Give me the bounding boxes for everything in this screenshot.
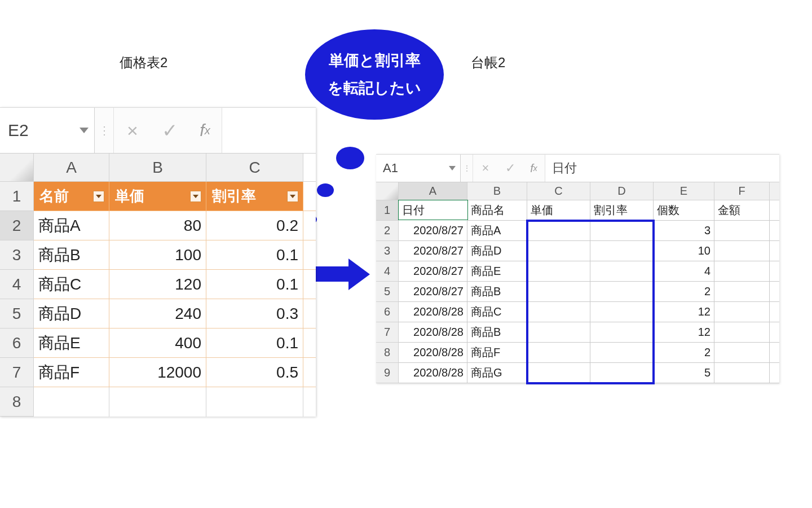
cell[interactable]: 個数 xyxy=(654,200,714,221)
col-header-a[interactable]: A xyxy=(399,182,467,200)
cancel-icon[interactable]: × xyxy=(473,155,498,182)
cell[interactable]: 商品A xyxy=(34,211,109,240)
cell[interactable] xyxy=(714,363,770,383)
cell[interactable]: 10 xyxy=(654,241,714,261)
cell[interactable]: 0.5 xyxy=(206,358,303,387)
row-header[interactable]: 2 xyxy=(376,221,399,241)
cell[interactable]: 商品C xyxy=(34,270,109,299)
cell[interactable] xyxy=(714,322,770,343)
col-header-a[interactable]: A xyxy=(34,154,109,182)
cell[interactable]: 4 xyxy=(654,261,714,282)
col-header-f[interactable]: F xyxy=(714,182,770,200)
cell[interactable] xyxy=(714,343,770,363)
cell[interactable]: 0.3 xyxy=(206,299,303,329)
cell[interactable] xyxy=(590,363,654,383)
cell[interactable]: 120 xyxy=(109,270,206,299)
cell[interactable] xyxy=(34,387,109,417)
table-header-discount[interactable]: 割引率 xyxy=(206,182,303,211)
cell[interactable] xyxy=(590,241,654,261)
cell[interactable]: 商品C xyxy=(467,302,527,322)
formula-input[interactable] xyxy=(222,108,316,153)
select-all-corner[interactable] xyxy=(0,154,34,182)
col-header-c[interactable]: C xyxy=(527,182,590,200)
cell[interactable] xyxy=(714,302,770,322)
cell[interactable]: 0.2 xyxy=(206,211,303,240)
cell[interactable]: 商品E xyxy=(467,261,527,282)
fx-icon[interactable]: fx xyxy=(188,108,222,153)
cell[interactable]: 商品B xyxy=(34,240,109,270)
cell[interactable] xyxy=(206,387,303,417)
cell[interactable] xyxy=(109,387,206,417)
table-header-name[interactable]: 名前 xyxy=(34,182,109,211)
row-header[interactable]: 3 xyxy=(0,240,34,270)
cell[interactable] xyxy=(527,221,590,241)
check-icon[interactable]: ✓ xyxy=(151,108,188,153)
cell[interactable] xyxy=(590,322,654,343)
cell[interactable] xyxy=(590,261,654,282)
cell[interactable]: 5 xyxy=(654,363,714,383)
cell[interactable] xyxy=(714,221,770,241)
cell[interactable]: 240 xyxy=(109,299,206,329)
cell[interactable]: 商品B xyxy=(467,282,527,302)
row-header[interactable]: 6 xyxy=(376,302,399,322)
cell[interactable]: 100 xyxy=(109,240,206,270)
cell[interactable]: 商品G xyxy=(467,363,527,383)
cell[interactable] xyxy=(527,261,590,282)
cell[interactable]: 2020/8/28 xyxy=(399,302,467,322)
cell[interactable]: 2020/8/28 xyxy=(399,363,467,383)
filter-dropdown-icon[interactable] xyxy=(93,191,104,202)
cell[interactable] xyxy=(590,282,654,302)
cell[interactable] xyxy=(714,241,770,261)
row-header[interactable]: 2 xyxy=(0,211,34,240)
cell[interactable]: 2 xyxy=(654,282,714,302)
row-header[interactable]: 7 xyxy=(376,322,399,343)
row-header[interactable]: 6 xyxy=(0,329,34,358)
cell[interactable]: 商品A xyxy=(467,221,527,241)
row-header[interactable]: 7 xyxy=(0,358,34,387)
col-header-b[interactable]: B xyxy=(109,154,206,182)
cell[interactable]: 2020/8/28 xyxy=(399,343,467,363)
cell[interactable]: 12 xyxy=(654,302,714,322)
check-icon[interactable]: ✓ xyxy=(498,155,523,182)
cell[interactable]: 2020/8/27 xyxy=(399,282,467,302)
filter-dropdown-icon[interactable] xyxy=(287,191,298,202)
cell-selected[interactable]: 日付 xyxy=(398,200,468,220)
select-all-corner[interactable] xyxy=(376,182,399,200)
cell[interactable]: 400 xyxy=(109,329,206,358)
col-header-e[interactable]: E xyxy=(654,182,714,200)
cell[interactable] xyxy=(590,302,654,322)
cancel-icon[interactable]: × xyxy=(114,108,151,153)
cell[interactable]: 2 xyxy=(654,343,714,363)
row-header[interactable]: 5 xyxy=(376,282,399,302)
cell[interactable] xyxy=(714,282,770,302)
row-header[interactable]: 5 xyxy=(0,299,34,329)
cell[interactable]: 3 xyxy=(654,221,714,241)
cell[interactable]: 商品E xyxy=(34,329,109,358)
cell[interactable]: 商品F xyxy=(34,358,109,387)
cell[interactable]: 商品D xyxy=(467,241,527,261)
cell[interactable]: 2020/8/28 xyxy=(399,322,467,343)
row-header[interactable]: 3 xyxy=(376,241,399,261)
name-box[interactable]: E2 xyxy=(0,108,95,153)
cell[interactable]: 0.1 xyxy=(206,270,303,299)
table-header-price[interactable]: 単価 xyxy=(109,182,206,211)
cell[interactable]: 80 xyxy=(109,211,206,240)
col-header-c[interactable]: C xyxy=(206,154,303,182)
cell[interactable] xyxy=(527,241,590,261)
col-header-b[interactable]: B xyxy=(467,182,527,200)
cell[interactable]: 0.1 xyxy=(206,329,303,358)
cell[interactable]: 2020/8/27 xyxy=(399,221,467,241)
row-header[interactable]: 4 xyxy=(0,270,34,299)
row-header[interactable]: 9 xyxy=(376,363,399,383)
cell[interactable]: 商品B xyxy=(467,322,527,343)
cell[interactable] xyxy=(527,282,590,302)
cell[interactable]: 単価 xyxy=(527,200,590,221)
cell[interactable]: 12 xyxy=(654,322,714,343)
cell[interactable]: 2020/8/27 xyxy=(399,261,467,282)
fx-icon[interactable]: fx xyxy=(523,155,545,182)
cell[interactable]: 商品D xyxy=(34,299,109,329)
cell[interactable] xyxy=(527,343,590,363)
cell[interactable] xyxy=(527,363,590,383)
cell[interactable] xyxy=(590,221,654,241)
row-header[interactable]: 4 xyxy=(376,261,399,282)
